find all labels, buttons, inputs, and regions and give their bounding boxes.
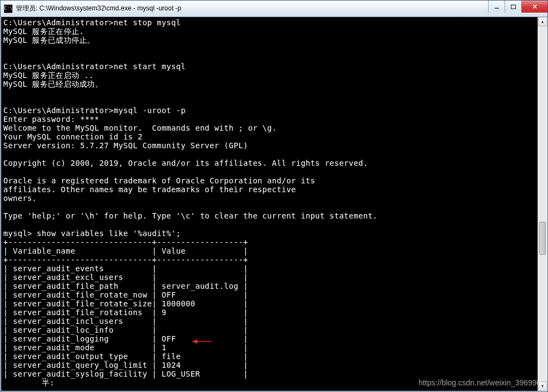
console-area: C:\Users\Administrator>net stop mysql My…: [1, 17, 547, 391]
watermark-text: https://blog.csdn.net/weixin_396990: [418, 378, 541, 387]
vertical-scrollbar[interactable]: ▲ ▼: [538, 17, 547, 391]
cmd-window: C:\ 管理员: C:\Windows\system32\cmd.exe - m…: [0, 0, 548, 392]
console-output[interactable]: C:\Users\Administrator>net stop mysql My…: [1, 17, 538, 391]
close-button[interactable]: [521, 1, 547, 13]
maximize-button[interactable]: [505, 1, 521, 13]
minimize-button[interactable]: [488, 1, 505, 13]
maximize-icon: [511, 4, 516, 9]
cmd-icon: C:\: [4, 4, 13, 13]
scroll-thumb[interactable]: [539, 222, 546, 255]
titlebar[interactable]: C:\ 管理员: C:\Windows\system32\cmd.exe - m…: [1, 1, 547, 17]
window-controls: [488, 1, 547, 13]
scroll-track[interactable]: [538, 26, 547, 382]
svg-rect-1: [511, 5, 516, 9]
minimize-icon: [494, 4, 500, 9]
scroll-up-button[interactable]: ▲: [538, 17, 547, 26]
close-icon: [532, 4, 538, 9]
window-title: 管理员: C:\Windows\system32\cmd.exe - mysql…: [16, 4, 547, 13]
